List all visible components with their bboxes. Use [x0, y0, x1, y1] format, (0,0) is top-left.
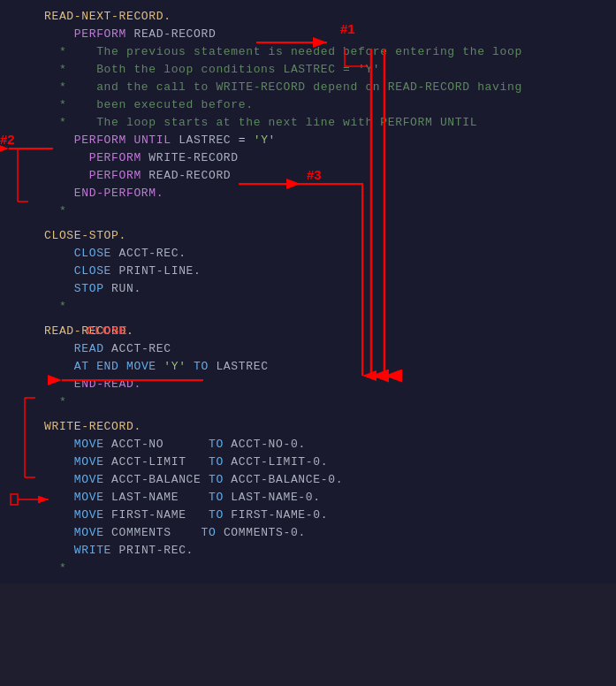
line-move-5: MOVE FIRST-NAME TO FIRST-NAME-0. — [0, 506, 616, 523]
line-move-4: MOVE LAST-NAME TO LAST-NAME-0. — [0, 488, 616, 506]
line-6: * been executed before. — [0, 95, 616, 113]
line-close-stop: CLOSE-STOP. — [0, 226, 616, 244]
line-gap2 — [0, 315, 616, 322]
line-write-record-label: WRITE-RECORD. — [0, 417, 616, 435]
line-4: * Both the loop conditions LASTREC = 'Y' — [0, 60, 616, 78]
line-move-2: MOVE ACCT-LIMIT TO ACCT-LIMIT-0. — [0, 453, 616, 470]
line-stop-run: STOP RUN. — [0, 279, 616, 297]
line-9: PERFORM WRITE-RECORD — [0, 149, 616, 166]
line-14: * — [0, 393, 616, 410]
line-5: * and the call to WRITE-RECORD depend on… — [0, 78, 616, 95]
line-end-read: END-READ. — [0, 375, 616, 393]
line-7: * The loop starts at the next line with … — [0, 113, 616, 131]
line-10: PERFORM READ-RECORD — [0, 166, 616, 184]
line-8: PERFORM UNTIL LASTREC = 'Y' — [0, 131, 616, 149]
line-close-acct: CLOSE ACCT-REC. — [0, 244, 616, 262]
line-11: END-PERFORM. — [0, 184, 616, 202]
line-move-3: MOVE ACCT-BALANCE TO ACCT-BALANCE-0. — [0, 470, 616, 488]
line-close-print: CLOSE PRINT-LINE. — [0, 262, 616, 279]
line-at-end: AT END MOVE 'Y' TO LASTREC — [0, 357, 616, 375]
line-1: READ-NEXT-RECORD. — [0, 7, 616, 25]
line-move-1: MOVE ACCT-NO TO ACCT-NO-0. — [0, 435, 616, 453]
line-move-6: MOVE COMMENTS TO COMMENTS-0. — [0, 523, 616, 541]
line-gap1 — [0, 219, 616, 226]
code-editor: READ-NEXT-RECORD. PERFORM READ-RECORD * … — [0, 0, 616, 583]
line-3: * The previous statement is needed befor… — [0, 42, 616, 60]
line-read-acct: READ ACCT-REC — [0, 339, 616, 357]
line-15: * — [0, 559, 616, 576]
line-gap3 — [0, 410, 616, 417]
line-13: * — [0, 297, 616, 315]
line-write-print: WRITE PRINT-REC. — [0, 541, 616, 559]
line-12: * — [0, 202, 616, 219]
line-2: PERFORM READ-RECORD — [0, 25, 616, 42]
line-read-record-label: READ-RECORD. — [0, 322, 616, 339]
